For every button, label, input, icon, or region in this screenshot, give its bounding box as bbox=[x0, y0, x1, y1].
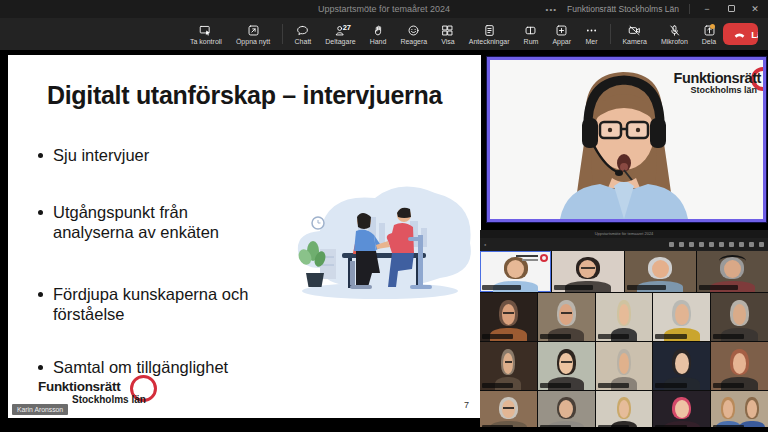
window-titlebar: Uppstartsmöte för temaåret 2024 ••• Funk… bbox=[0, 0, 768, 18]
participant-tile[interactable] bbox=[480, 391, 537, 427]
gallery-toolbar-icon[interactable] bbox=[749, 242, 754, 247]
bullet-item: Samtal om tillgänglighet bbox=[38, 357, 273, 377]
participant-tile[interactable] bbox=[653, 342, 710, 390]
active-speaker-video[interactable]: Funktionsrätt Stockholms län bbox=[487, 57, 766, 222]
participant-name-label bbox=[482, 425, 513, 427]
kamera-icon bbox=[628, 23, 641, 37]
participant-name-label bbox=[713, 334, 744, 339]
toolbar-anteckningar-button[interactable]: Anteckningar bbox=[462, 23, 517, 45]
participant-name-label bbox=[699, 285, 738, 290]
gallery-toolbar: ● bbox=[480, 238, 768, 251]
participant-name-label bbox=[540, 425, 571, 427]
participant-count-badge: 27 bbox=[343, 23, 351, 32]
participant-tile[interactable] bbox=[552, 251, 623, 292]
toolbar-ta-kontroll-button[interactable]: Ta kontroll bbox=[183, 23, 229, 45]
toolbar-dela-button[interactable]: Dela bbox=[695, 23, 723, 45]
gallery-toolbar-icon[interactable] bbox=[739, 242, 744, 247]
toolbar-mer-button[interactable]: Mer bbox=[578, 23, 605, 45]
participant-tile[interactable] bbox=[596, 391, 653, 427]
interview-illustration bbox=[280, 173, 480, 313]
titlebar-divider bbox=[689, 4, 690, 14]
participant-tile[interactable] bbox=[711, 293, 768, 341]
speaker-logo-line1: Funktionsrätt bbox=[674, 70, 761, 86]
hand-icon bbox=[372, 23, 385, 37]
participant-name-label bbox=[655, 383, 686, 388]
participant-row bbox=[480, 391, 768, 427]
toolbar-visa-button[interactable]: Visa bbox=[434, 23, 462, 45]
phone-icon bbox=[733, 28, 746, 41]
toolbar-rum-button[interactable]: Rum bbox=[517, 23, 546, 45]
gallery-toolbar-icon[interactable] bbox=[679, 242, 684, 247]
bullet-dot bbox=[38, 365, 43, 370]
bullet-item: Fördjupa kunskaperna och förståelse bbox=[38, 284, 273, 324]
meeting-toolbar: Ta kontrollÖppna nyttChattDeltagare27Han… bbox=[0, 18, 768, 50]
bullet-dot bbox=[38, 292, 43, 297]
participant-tile[interactable] bbox=[538, 342, 595, 390]
reagera-icon bbox=[407, 23, 420, 37]
gallery-toolbar-icon[interactable] bbox=[689, 242, 694, 247]
gallery-window-title: Uppstartsmöte för temaåret 2024 bbox=[480, 230, 768, 238]
toolbar-appar-button[interactable]: Appar bbox=[545, 23, 578, 45]
participant-tile[interactable] bbox=[596, 342, 653, 390]
gallery-toolbar-icon[interactable] bbox=[669, 242, 674, 247]
participant-tile[interactable] bbox=[596, 293, 653, 341]
toolbar-reagera-button[interactable]: Reagera bbox=[393, 23, 434, 45]
app-name: Funktionsrätt Stockholms Län bbox=[567, 4, 679, 14]
participant-name-label bbox=[598, 425, 629, 427]
participant-name-label bbox=[554, 285, 593, 290]
gallery-toolbar-icon[interactable] bbox=[709, 242, 714, 247]
chatt-icon bbox=[296, 23, 309, 37]
toolbar-deltagare-button[interactable]: Deltagare27 bbox=[318, 23, 362, 45]
toolbar-chatt-button[interactable]: Chatt bbox=[288, 23, 319, 45]
toolbar-mikrofon-button[interactable]: Mikrofon bbox=[654, 23, 695, 45]
toolbar-hand-button[interactable]: Hand bbox=[363, 23, 394, 45]
mer-icon bbox=[585, 23, 598, 37]
speaker-logo-line2: Stockholms län bbox=[690, 85, 757, 95]
gallery-toolbar-icon[interactable] bbox=[729, 242, 734, 247]
participant-tile[interactable] bbox=[625, 251, 696, 292]
minimize-button[interactable]: − bbox=[700, 4, 714, 14]
participant-tile[interactable] bbox=[480, 293, 537, 341]
participant-name-label bbox=[713, 425, 744, 427]
bullet-dot bbox=[38, 210, 43, 215]
participant-tile[interactable] bbox=[697, 251, 768, 292]
mikrofon-icon bbox=[668, 23, 681, 37]
maximize-button[interactable] bbox=[724, 4, 738, 14]
titlebar-more-icon[interactable]: ••• bbox=[546, 5, 557, 14]
slide-title: Digitalt utanförskap – intervjuerna bbox=[8, 81, 481, 110]
logo-text-line1: Funktionsrätt bbox=[38, 379, 120, 394]
bullet-item: Sju intervjuer bbox=[38, 145, 273, 165]
participant-name-label bbox=[482, 285, 521, 290]
participant-name-label bbox=[655, 334, 686, 339]
participant-name-label bbox=[713, 383, 744, 388]
participant-tile[interactable] bbox=[653, 391, 710, 427]
participant-tile[interactable] bbox=[480, 342, 537, 390]
toolbar-oppna-nytt-button[interactable]: Öppna nytt bbox=[229, 23, 277, 45]
bullet-dot bbox=[38, 153, 43, 158]
appar-icon bbox=[555, 23, 568, 37]
leave-button[interactable]: Lämna bbox=[723, 23, 758, 45]
rum-icon bbox=[524, 23, 537, 37]
participant-name-label bbox=[540, 334, 571, 339]
participant-name-label bbox=[482, 383, 513, 388]
gallery-recording-indicator: ● bbox=[484, 242, 486, 247]
presenter-name-tag: Karin Aronsson bbox=[12, 404, 68, 415]
participant-tile[interactable] bbox=[538, 391, 595, 427]
visa-icon bbox=[441, 23, 454, 37]
slide-page-number: 7 bbox=[464, 400, 469, 410]
gallery-toolbar-icon[interactable] bbox=[719, 242, 724, 247]
bullet-item: Utgångspunkt från analyserna av enkäten bbox=[38, 202, 273, 242]
participant-grid bbox=[480, 251, 768, 427]
participant-tile[interactable] bbox=[711, 342, 768, 390]
participant-tile[interactable] bbox=[538, 293, 595, 341]
participant-tile-speaker[interactable] bbox=[480, 251, 551, 292]
gallery-toolbar-icon[interactable] bbox=[759, 242, 764, 247]
toolbar-kamera-button[interactable]: Kamera bbox=[615, 23, 654, 45]
gallery-toolbar-icon[interactable] bbox=[699, 242, 704, 247]
close-button[interactable]: ✕ bbox=[748, 4, 762, 14]
participant-tile[interactable] bbox=[711, 391, 768, 427]
participant-name-label bbox=[598, 383, 629, 388]
zoom-window: Uppstartsmöte för temaåret 2024 ••• Funk… bbox=[0, 0, 768, 432]
participant-tile[interactable] bbox=[653, 293, 710, 341]
maximize-icon bbox=[728, 5, 735, 12]
